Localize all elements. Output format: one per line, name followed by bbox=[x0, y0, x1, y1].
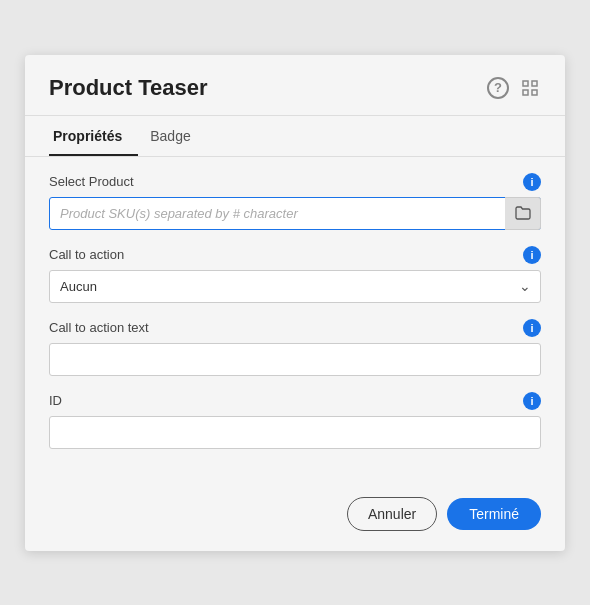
tab-badge[interactable]: Badge bbox=[146, 116, 206, 156]
call-to-action-info-icon[interactable]: i bbox=[523, 246, 541, 264]
select-product-label: Select Product bbox=[49, 174, 134, 189]
call-to-action-select[interactable]: Aucun bbox=[49, 270, 541, 303]
id-info-icon[interactable]: i bbox=[523, 392, 541, 410]
product-teaser-dialog: Product Teaser ? Propriétés Badge Sele bbox=[25, 55, 565, 551]
tabs-bar: Propriétés Badge bbox=[25, 116, 565, 157]
select-product-info-icon[interactable]: i bbox=[523, 173, 541, 191]
svg-rect-2 bbox=[523, 90, 528, 95]
call-to-action-text-header: Call to action text i bbox=[49, 319, 541, 337]
cancel-button[interactable]: Annuler bbox=[347, 497, 437, 531]
svg-rect-0 bbox=[523, 81, 528, 86]
call-to-action-text-input[interactable] bbox=[49, 343, 541, 376]
dialog-title: Product Teaser bbox=[49, 75, 208, 101]
help-icon[interactable]: ? bbox=[487, 77, 509, 99]
call-to-action-text-label: Call to action text bbox=[49, 320, 149, 335]
id-group: ID i bbox=[49, 392, 541, 449]
select-product-header: Select Product i bbox=[49, 173, 541, 191]
dialog-header: Product Teaser ? bbox=[25, 55, 565, 116]
select-product-group: Select Product i bbox=[49, 173, 541, 230]
select-product-input[interactable] bbox=[49, 197, 541, 230]
expand-icon[interactable] bbox=[519, 77, 541, 99]
call-to-action-label: Call to action bbox=[49, 247, 124, 262]
call-to-action-text-info-icon[interactable]: i bbox=[523, 319, 541, 337]
call-to-action-header: Call to action i bbox=[49, 246, 541, 264]
tab-proprietes[interactable]: Propriétés bbox=[49, 116, 138, 156]
svg-rect-3 bbox=[532, 90, 537, 95]
select-product-input-wrapper bbox=[49, 197, 541, 230]
call-to-action-text-group: Call to action text i bbox=[49, 319, 541, 376]
call-to-action-group: Call to action i Aucun ⌄ bbox=[49, 246, 541, 303]
id-header: ID i bbox=[49, 392, 541, 410]
dialog-body: Select Product i Call to action i Auc bbox=[25, 157, 565, 485]
header-icons: ? bbox=[487, 77, 541, 99]
id-input[interactable] bbox=[49, 416, 541, 449]
id-label: ID bbox=[49, 393, 62, 408]
folder-browse-button[interactable] bbox=[505, 197, 541, 230]
dialog-footer: Annuler Terminé bbox=[25, 485, 565, 551]
call-to-action-select-wrapper: Aucun ⌄ bbox=[49, 270, 541, 303]
svg-rect-1 bbox=[532, 81, 537, 86]
done-button[interactable]: Terminé bbox=[447, 498, 541, 530]
